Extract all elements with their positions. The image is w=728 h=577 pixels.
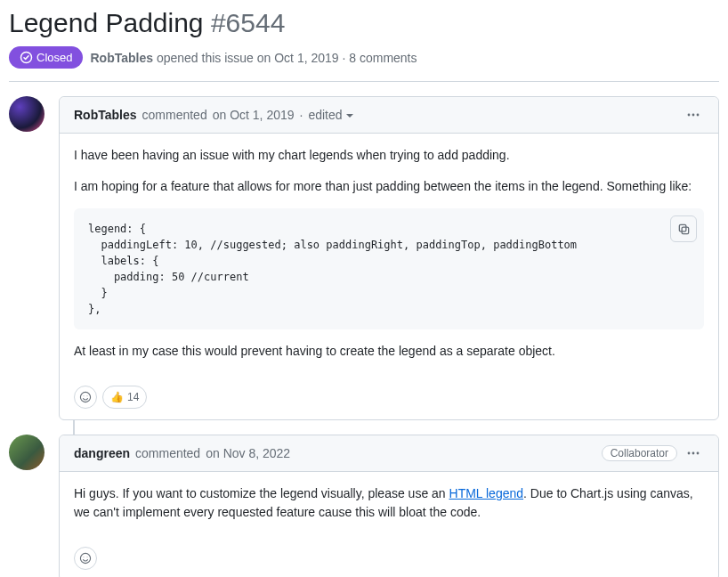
thumbs-up-icon: 👍: [110, 391, 124, 403]
svg-point-1: [688, 114, 691, 117]
issue-open-date-link[interactable]: on Oct 1, 2019: [257, 51, 339, 65]
reactions-bar: [60, 547, 718, 577]
issue-title-text: Legend Padding: [9, 8, 204, 37]
add-reaction-button[interactable]: [74, 386, 97, 409]
avatar[interactable]: [9, 96, 44, 132]
reactions-bar: 👍 14: [60, 386, 718, 419]
author-link[interactable]: RobTables: [74, 108, 137, 122]
edited-menu[interactable]: edited: [308, 108, 354, 122]
state-badge: Closed: [9, 46, 83, 69]
copy-icon: [677, 223, 691, 236]
paragraph: At least in my case this would prevent h…: [74, 342, 704, 361]
comment-actions-menu[interactable]: [683, 104, 704, 126]
svg-point-13: [84, 557, 85, 557]
timeline: RobTables commented on Oct 1, 2019 · edi…: [59, 96, 719, 577]
avatar[interactable]: [9, 435, 44, 470]
issue-meta: Closed RobTables opened this issue on Oc…: [9, 46, 719, 69]
comment: dangreen commented on Nov 8, 2022 Collab…: [59, 435, 719, 577]
paragraph: I have been having an issue with my char…: [74, 146, 704, 165]
closed-check-icon: [20, 51, 33, 64]
comment-header: RobTables commented on Oct 1, 2019 · edi…: [60, 97, 718, 134]
svg-point-2: [692, 114, 695, 117]
smiley-icon: [79, 552, 92, 565]
svg-point-12: [80, 553, 90, 563]
svg-rect-4: [682, 227, 689, 234]
reaction-count: 14: [127, 391, 139, 403]
paragraph: Hi guys. If you want to customize the le…: [74, 484, 704, 522]
svg-point-3: [697, 114, 700, 117]
role-badge: Collaborator: [602, 445, 677, 461]
comment-box: RobTables commented on Oct 1, 2019 · edi…: [59, 96, 719, 420]
add-reaction-button[interactable]: [74, 547, 97, 570]
comment-header: dangreen commented on Nov 8, 2022 Collab…: [60, 435, 718, 472]
divider: [9, 81, 719, 82]
svg-point-7: [84, 395, 85, 396]
comment-date-link[interactable]: on Nov 8, 2022: [206, 446, 290, 460]
kebab-icon: [686, 108, 700, 122]
comment-body: Hi guys. If you want to customize the le…: [60, 472, 718, 547]
svg-point-10: [692, 452, 695, 455]
paragraph: I am hoping for a feature that allows fo…: [74, 177, 704, 196]
author-link[interactable]: dangreen: [74, 446, 130, 460]
svg-rect-5: [679, 224, 686, 232]
state-label: Closed: [36, 51, 72, 64]
copy-button[interactable]: [670, 215, 697, 242]
kebab-icon: [686, 446, 700, 460]
comment-actions-menu[interactable]: [683, 443, 704, 464]
code-block: legend: { paddingLeft: 10, //suggested; …: [74, 208, 704, 329]
comment-date-link[interactable]: on Oct 1, 2019: [213, 108, 295, 122]
comment: RobTables commented on Oct 1, 2019 · edi…: [59, 96, 719, 420]
svg-point-9: [688, 452, 691, 455]
svg-point-6: [80, 392, 90, 402]
svg-point-8: [87, 395, 88, 396]
svg-point-14: [87, 557, 88, 557]
issue-author-link[interactable]: RobTables: [90, 51, 153, 65]
issue-subline: RobTables opened this issue on Oct 1, 20…: [90, 51, 417, 65]
issue-title: Legend Padding #6544: [9, 7, 719, 39]
issue-number: #6544: [211, 8, 285, 37]
comment-body: I have been having an issue with my char…: [60, 134, 718, 386]
smiley-icon: [79, 391, 92, 403]
svg-point-11: [697, 452, 700, 455]
chevron-down-icon: [345, 108, 354, 122]
html-legend-link[interactable]: HTML legend: [449, 486, 524, 500]
comment-box: dangreen commented on Nov 8, 2022 Collab…: [59, 435, 719, 577]
reaction-thumbs-up[interactable]: 👍 14: [102, 386, 147, 409]
